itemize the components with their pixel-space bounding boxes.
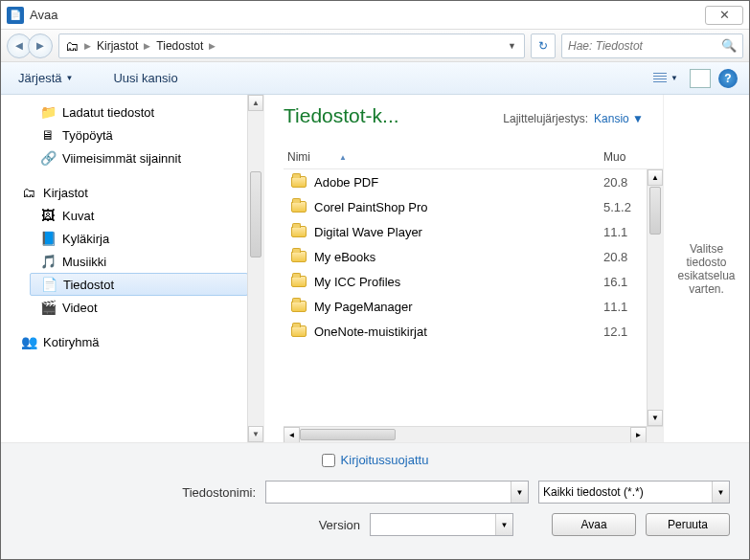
file-row[interactable]: My PageManager11.1 — [284, 294, 663, 319]
item-icon: 🎵 — [39, 254, 57, 269]
organize-button[interactable]: Järjestä ▼ — [12, 67, 79, 89]
cancel-button[interactable]: Peruuta — [646, 513, 730, 536]
breadcrumb[interactable]: 🗂 ▶ Kirjastot ▶ Tiedostot ▶ ▼ — [58, 34, 525, 58]
folder-icon — [289, 273, 308, 290]
tree-item[interactable]: 🎬Videot — [1, 296, 263, 319]
file-row[interactable]: Adobe PDF20.8 — [284, 169, 663, 194]
file-name: Adobe PDF — [314, 175, 603, 190]
new-folder-button[interactable]: Uusi kansio — [107, 67, 183, 89]
homegroup-icon: 👥 — [20, 334, 37, 349]
list-view-icon — [653, 73, 667, 84]
tree-item[interactable]: 🖼Kuvat — [1, 204, 263, 227]
item-icon: 📄 — [40, 277, 57, 292]
file-modified: 20.8 — [603, 250, 647, 264]
file-row[interactable]: My eBooks20.8 — [284, 244, 663, 269]
file-row[interactable]: My ICC Profiles16.1 — [284, 269, 663, 294]
sidebar-scrollbar[interactable]: ▲ ▼ — [247, 95, 263, 442]
tree-item[interactable]: 🖥Työpöytä — [1, 123, 263, 146]
close-button[interactable]: ✕ — [705, 6, 743, 25]
breadcrumb-seg[interactable]: Kirjastot — [95, 39, 140, 53]
titlebar: 📄 Avaa ✕ — [1, 1, 749, 30]
horizontal-scrollbar[interactable]: ◄ ► — [284, 426, 663, 442]
scroll-thumb[interactable] — [300, 429, 396, 440]
folder-icon — [289, 223, 308, 240]
scroll-down-button[interactable]: ▼ — [648, 410, 663, 426]
scroll-up-button[interactable]: ▲ — [648, 169, 663, 186]
scroll-right-button[interactable]: ► — [630, 427, 647, 443]
file-row[interactable]: OneNote-muistikirjat12.1 — [284, 319, 663, 344]
chevron-right-icon: ▶ — [144, 41, 150, 51]
file-scrollbar[interactable]: ▲ ▼ — [647, 169, 663, 426]
tree-item[interactable]: 📁Ladatut tiedostot — [1, 101, 263, 123]
readonly-checkbox[interactable] — [322, 454, 335, 467]
scroll-down-button[interactable]: ▼ — [248, 426, 263, 442]
window-title: Avaa — [30, 8, 705, 22]
chevron-right-icon: ▶ — [209, 41, 216, 51]
scroll-up-button[interactable]: ▲ — [248, 95, 263, 111]
filetype-value: Kaikki tiedostot (*.*) — [543, 485, 644, 499]
dialog-body: 📁Ladatut tiedostot🖥Työpöytä🔗Viimeisimmät… — [1, 95, 749, 442]
breadcrumb-seg[interactable]: Tiedostot — [154, 39, 205, 53]
file-modified: 11.1 — [603, 225, 647, 239]
scroll-left-button[interactable]: ◄ — [284, 427, 300, 443]
organize-label: Järjestä — [18, 71, 62, 85]
file-name: OneNote-muistikirjat — [314, 325, 603, 339]
file-row[interactable]: Corel PaintShop Pro5.1.2 — [284, 194, 663, 219]
refresh-button[interactable]: ↻ — [531, 34, 556, 58]
tree-item[interactable]: 🔗Viimeisimmät sijainnit — [1, 146, 263, 169]
item-icon: 📁 — [39, 104, 57, 120]
library-title: Tiedostot-k... — [284, 104, 399, 127]
arrange-by: Lajittelujärjestys: Kansio ▼ — [503, 112, 644, 125]
file-modified: 16.1 — [603, 275, 647, 289]
help-button[interactable]: ? — [718, 69, 738, 88]
view-mode-button[interactable]: ▼ — [649, 71, 682, 86]
readonly-label[interactable]: Kirjoitussuojattu — [341, 453, 429, 467]
folder-icon — [289, 198, 308, 215]
tree-group-homegroup[interactable]: 👥Kotiryhmä — [1, 330, 263, 353]
chevron-down-icon[interactable]: ▼ — [495, 514, 512, 535]
tree-item[interactable]: 📄Tiedostot — [30, 273, 248, 296]
chevron-down-icon[interactable]: ▼ — [712, 482, 729, 503]
file-pane: Tiedostot-k... Lajittelujärjestys: Kansi… — [264, 95, 663, 442]
file-name: Digital Wave Player — [314, 225, 603, 239]
chevron-down-icon: ▼ — [670, 74, 678, 82]
item-label: Musiikki — [62, 255, 106, 269]
chevron-down-icon[interactable]: ▼ — [511, 482, 528, 503]
search-input[interactable] — [568, 39, 721, 53]
filename-label: Tiedostonimi: — [26, 485, 256, 500]
filename-combo[interactable]: ▼ — [265, 481, 529, 504]
scroll-thumb[interactable] — [649, 187, 661, 235]
column-name[interactable]: Nimi ▲ — [284, 150, 603, 164]
search-box[interactable]: 🔍 — [561, 34, 743, 58]
file-name: Corel PaintShop Pro — [314, 200, 603, 214]
toolbar: Järjestä ▼ Uusi kansio ▼ ? — [1, 62, 749, 95]
footer: Kirjoitussuojattu Tiedostonimi: ▼ Kaikki… — [1, 442, 749, 559]
tree-item[interactable]: 🎵Musiikki — [1, 250, 263, 273]
tree-item[interactable]: 📘Kyläkirja — [1, 227, 263, 250]
nav-forward-button[interactable]: ► — [28, 34, 53, 58]
item-icon: 🎬 — [39, 300, 57, 315]
version-combo[interactable]: ▼ — [370, 513, 513, 536]
libraries-icon: 🗂 — [20, 185, 37, 200]
chevron-down-icon[interactable]: ▼ — [504, 41, 520, 51]
group-label: Kirjastot — [43, 186, 88, 200]
column-modified[interactable]: Muo — [603, 150, 647, 164]
open-button[interactable]: Avaa — [552, 513, 636, 536]
sidebar: 📁Ladatut tiedostot🖥Työpöytä🔗Viimeisimmät… — [1, 95, 264, 442]
chevron-down-icon: ▼ — [632, 112, 644, 125]
preview-pane-button[interactable] — [690, 69, 711, 88]
arrange-value[interactable]: Kansio ▼ — [594, 112, 644, 125]
filetype-combo[interactable]: Kaikki tiedostot (*.*) ▼ — [538, 481, 730, 504]
folder-icon — [289, 173, 308, 190]
new-folder-label: Uusi kansio — [113, 71, 177, 85]
item-label: Videot — [62, 301, 98, 315]
tree-group-libraries[interactable]: 🗂Kirjastot — [1, 181, 263, 204]
folder-icon — [289, 248, 308, 265]
sort-asc-icon: ▲ — [339, 153, 347, 162]
scroll-thumb[interactable] — [250, 171, 261, 258]
file-row[interactable]: Digital Wave Player11.1 — [284, 219, 663, 244]
search-icon: 🔍 — [721, 38, 737, 53]
column-header: Nimi ▲ Muo — [284, 145, 663, 169]
file-modified: 5.1.2 — [603, 200, 647, 214]
item-label: Kyläkirja — [62, 232, 109, 246]
